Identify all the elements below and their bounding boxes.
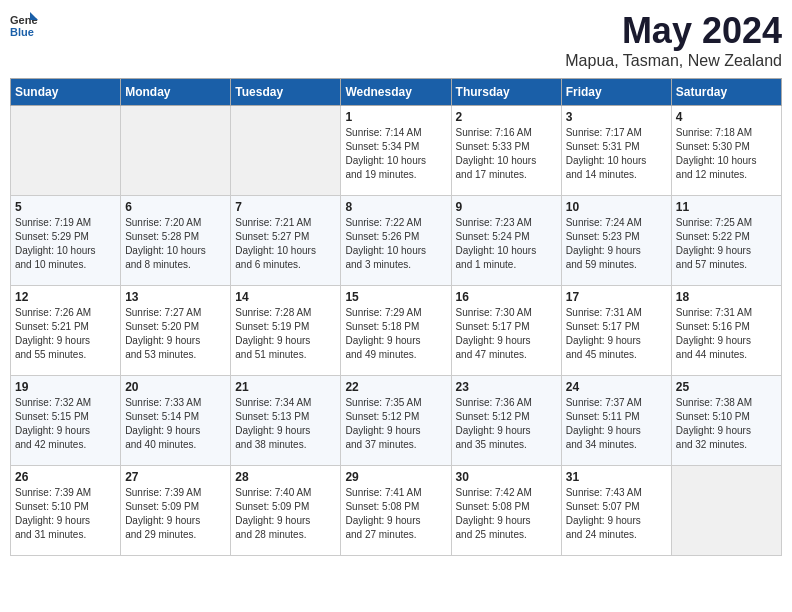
location-title: Mapua, Tasman, New Zealand — [565, 52, 782, 70]
weekday-header-cell: Friday — [561, 79, 671, 106]
day-number: 13 — [125, 290, 226, 304]
day-info: Sunrise: 7:17 AM Sunset: 5:31 PM Dayligh… — [566, 126, 667, 182]
day-info: Sunrise: 7:41 AM Sunset: 5:08 PM Dayligh… — [345, 486, 446, 542]
day-info: Sunrise: 7:31 AM Sunset: 5:17 PM Dayligh… — [566, 306, 667, 362]
day-number: 15 — [345, 290, 446, 304]
day-info: Sunrise: 7:18 AM Sunset: 5:30 PM Dayligh… — [676, 126, 777, 182]
calendar-day-cell: 7Sunrise: 7:21 AM Sunset: 5:27 PM Daylig… — [231, 196, 341, 286]
weekday-header-cell: Wednesday — [341, 79, 451, 106]
calendar-day-cell: 14Sunrise: 7:28 AM Sunset: 5:19 PM Dayli… — [231, 286, 341, 376]
weekday-header-cell: Monday — [121, 79, 231, 106]
day-number: 29 — [345, 470, 446, 484]
calendar-day-cell: 9Sunrise: 7:23 AM Sunset: 5:24 PM Daylig… — [451, 196, 561, 286]
day-number: 12 — [15, 290, 116, 304]
day-number: 26 — [15, 470, 116, 484]
calendar-day-cell: 24Sunrise: 7:37 AM Sunset: 5:11 PM Dayli… — [561, 376, 671, 466]
calendar-day-cell: 6Sunrise: 7:20 AM Sunset: 5:28 PM Daylig… — [121, 196, 231, 286]
calendar-day-cell: 25Sunrise: 7:38 AM Sunset: 5:10 PM Dayli… — [671, 376, 781, 466]
weekday-header-cell: Tuesday — [231, 79, 341, 106]
calendar-table: SundayMondayTuesdayWednesdayThursdayFrid… — [10, 78, 782, 556]
calendar-week-row: 12Sunrise: 7:26 AM Sunset: 5:21 PM Dayli… — [11, 286, 782, 376]
calendar-day-cell: 31Sunrise: 7:43 AM Sunset: 5:07 PM Dayli… — [561, 466, 671, 556]
weekday-header-cell: Sunday — [11, 79, 121, 106]
day-info: Sunrise: 7:39 AM Sunset: 5:10 PM Dayligh… — [15, 486, 116, 542]
day-number: 17 — [566, 290, 667, 304]
day-info: Sunrise: 7:39 AM Sunset: 5:09 PM Dayligh… — [125, 486, 226, 542]
calendar-week-row: 26Sunrise: 7:39 AM Sunset: 5:10 PM Dayli… — [11, 466, 782, 556]
calendar-day-cell: 15Sunrise: 7:29 AM Sunset: 5:18 PM Dayli… — [341, 286, 451, 376]
calendar-day-cell: 26Sunrise: 7:39 AM Sunset: 5:10 PM Dayli… — [11, 466, 121, 556]
calendar-day-cell: 18Sunrise: 7:31 AM Sunset: 5:16 PM Dayli… — [671, 286, 781, 376]
day-number: 10 — [566, 200, 667, 214]
day-info: Sunrise: 7:28 AM Sunset: 5:19 PM Dayligh… — [235, 306, 336, 362]
day-number: 3 — [566, 110, 667, 124]
day-number: 24 — [566, 380, 667, 394]
calendar-day-cell: 23Sunrise: 7:36 AM Sunset: 5:12 PM Dayli… — [451, 376, 561, 466]
logo-icon: General Blue — [10, 10, 38, 38]
calendar-day-cell: 22Sunrise: 7:35 AM Sunset: 5:12 PM Dayli… — [341, 376, 451, 466]
day-number: 19 — [15, 380, 116, 394]
calendar-day-cell: 10Sunrise: 7:24 AM Sunset: 5:23 PM Dayli… — [561, 196, 671, 286]
logo: General Blue — [10, 10, 38, 38]
calendar-day-cell: 27Sunrise: 7:39 AM Sunset: 5:09 PM Dayli… — [121, 466, 231, 556]
day-info: Sunrise: 7:34 AM Sunset: 5:13 PM Dayligh… — [235, 396, 336, 452]
day-info: Sunrise: 7:19 AM Sunset: 5:29 PM Dayligh… — [15, 216, 116, 272]
day-info: Sunrise: 7:16 AM Sunset: 5:33 PM Dayligh… — [456, 126, 557, 182]
day-number: 20 — [125, 380, 226, 394]
calendar-day-cell: 4Sunrise: 7:18 AM Sunset: 5:30 PM Daylig… — [671, 106, 781, 196]
day-info: Sunrise: 7:35 AM Sunset: 5:12 PM Dayligh… — [345, 396, 446, 452]
day-info: Sunrise: 7:14 AM Sunset: 5:34 PM Dayligh… — [345, 126, 446, 182]
day-info: Sunrise: 7:32 AM Sunset: 5:15 PM Dayligh… — [15, 396, 116, 452]
day-number: 6 — [125, 200, 226, 214]
day-number: 27 — [125, 470, 226, 484]
calendar-day-cell: 3Sunrise: 7:17 AM Sunset: 5:31 PM Daylig… — [561, 106, 671, 196]
calendar-day-cell: 8Sunrise: 7:22 AM Sunset: 5:26 PM Daylig… — [341, 196, 451, 286]
calendar-day-cell: 21Sunrise: 7:34 AM Sunset: 5:13 PM Dayli… — [231, 376, 341, 466]
day-number: 8 — [345, 200, 446, 214]
calendar-week-row: 19Sunrise: 7:32 AM Sunset: 5:15 PM Dayli… — [11, 376, 782, 466]
day-info: Sunrise: 7:42 AM Sunset: 5:08 PM Dayligh… — [456, 486, 557, 542]
calendar-day-cell: 1Sunrise: 7:14 AM Sunset: 5:34 PM Daylig… — [341, 106, 451, 196]
svg-text:Blue: Blue — [10, 26, 34, 38]
day-number: 18 — [676, 290, 777, 304]
day-number: 1 — [345, 110, 446, 124]
page-header: General Blue May 2024 Mapua, Tasman, New… — [10, 10, 782, 70]
day-info: Sunrise: 7:29 AM Sunset: 5:18 PM Dayligh… — [345, 306, 446, 362]
day-number: 9 — [456, 200, 557, 214]
calendar-day-cell: 20Sunrise: 7:33 AM Sunset: 5:14 PM Dayli… — [121, 376, 231, 466]
day-number: 28 — [235, 470, 336, 484]
calendar-body: 1Sunrise: 7:14 AM Sunset: 5:34 PM Daylig… — [11, 106, 782, 556]
calendar-day-cell: 19Sunrise: 7:32 AM Sunset: 5:15 PM Dayli… — [11, 376, 121, 466]
day-info: Sunrise: 7:24 AM Sunset: 5:23 PM Dayligh… — [566, 216, 667, 272]
day-info: Sunrise: 7:43 AM Sunset: 5:07 PM Dayligh… — [566, 486, 667, 542]
day-number: 11 — [676, 200, 777, 214]
calendar-day-cell: 30Sunrise: 7:42 AM Sunset: 5:08 PM Dayli… — [451, 466, 561, 556]
calendar-day-cell: 16Sunrise: 7:30 AM Sunset: 5:17 PM Dayli… — [451, 286, 561, 376]
calendar-day-cell: 11Sunrise: 7:25 AM Sunset: 5:22 PM Dayli… — [671, 196, 781, 286]
day-info: Sunrise: 7:36 AM Sunset: 5:12 PM Dayligh… — [456, 396, 557, 452]
day-info: Sunrise: 7:26 AM Sunset: 5:21 PM Dayligh… — [15, 306, 116, 362]
day-number: 23 — [456, 380, 557, 394]
day-info: Sunrise: 7:20 AM Sunset: 5:28 PM Dayligh… — [125, 216, 226, 272]
calendar-day-cell: 2Sunrise: 7:16 AM Sunset: 5:33 PM Daylig… — [451, 106, 561, 196]
calendar-day-cell — [231, 106, 341, 196]
calendar-day-cell — [671, 466, 781, 556]
day-number: 30 — [456, 470, 557, 484]
calendar-day-cell — [121, 106, 231, 196]
calendar-day-cell: 28Sunrise: 7:40 AM Sunset: 5:09 PM Dayli… — [231, 466, 341, 556]
day-info: Sunrise: 7:23 AM Sunset: 5:24 PM Dayligh… — [456, 216, 557, 272]
calendar-week-row: 1Sunrise: 7:14 AM Sunset: 5:34 PM Daylig… — [11, 106, 782, 196]
day-number: 16 — [456, 290, 557, 304]
month-title: May 2024 — [565, 10, 782, 52]
calendar-day-cell — [11, 106, 121, 196]
day-info: Sunrise: 7:37 AM Sunset: 5:11 PM Dayligh… — [566, 396, 667, 452]
title-area: May 2024 Mapua, Tasman, New Zealand — [565, 10, 782, 70]
weekday-header-cell: Thursday — [451, 79, 561, 106]
day-info: Sunrise: 7:21 AM Sunset: 5:27 PM Dayligh… — [235, 216, 336, 272]
day-info: Sunrise: 7:22 AM Sunset: 5:26 PM Dayligh… — [345, 216, 446, 272]
calendar-day-cell: 12Sunrise: 7:26 AM Sunset: 5:21 PM Dayli… — [11, 286, 121, 376]
day-info: Sunrise: 7:33 AM Sunset: 5:14 PM Dayligh… — [125, 396, 226, 452]
day-info: Sunrise: 7:40 AM Sunset: 5:09 PM Dayligh… — [235, 486, 336, 542]
day-number: 5 — [15, 200, 116, 214]
day-number: 7 — [235, 200, 336, 214]
